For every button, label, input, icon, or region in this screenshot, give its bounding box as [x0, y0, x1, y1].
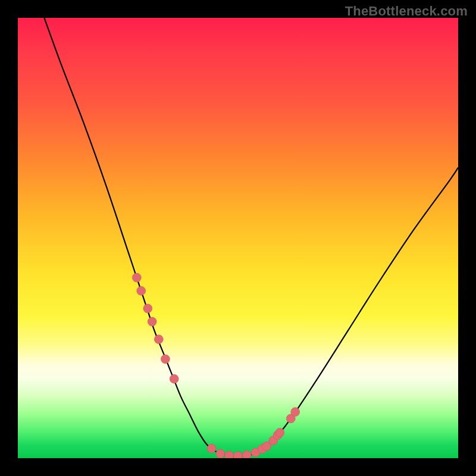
sample-dot	[148, 317, 156, 326]
sample-dot	[216, 449, 225, 458]
attribution-watermark: TheBottleneck.com	[345, 4, 468, 19]
bottleneck-curve-svg	[18, 18, 458, 458]
chart-frame: TheBottleneck.com	[0, 0, 476, 476]
sample-dot	[225, 451, 234, 458]
sample-dot	[161, 355, 170, 364]
sample-dot	[137, 286, 146, 295]
sample-dot	[242, 450, 251, 458]
sample-dot	[132, 273, 141, 282]
sample-dot	[234, 452, 243, 458]
bottleneck-curve-line	[44, 18, 458, 456]
sample-dot	[207, 444, 216, 453]
sample-dot	[170, 374, 178, 383]
sample-dot	[143, 304, 152, 313]
sample-dot	[291, 408, 300, 416]
sample-dot	[154, 335, 163, 344]
gradient-plot-area	[18, 18, 458, 458]
sample-dot	[275, 428, 284, 437]
sample-dots-group	[132, 273, 299, 458]
